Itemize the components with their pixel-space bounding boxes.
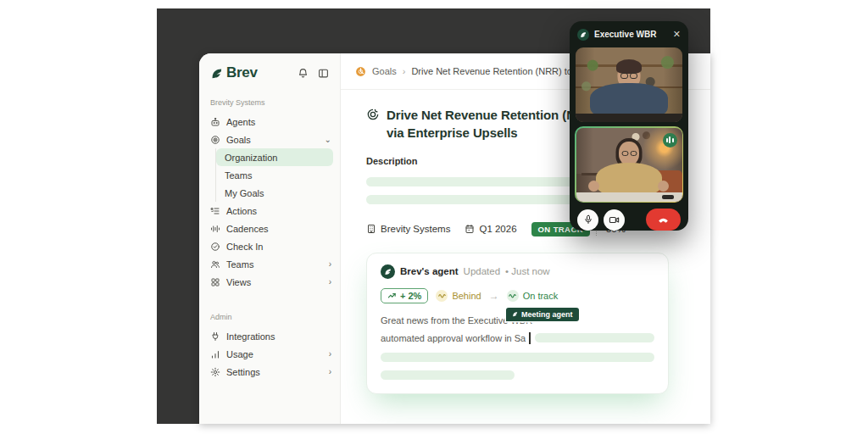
waveform-icon	[210, 224, 220, 234]
call-header: Executive WBR ✕	[570, 21, 688, 47]
calendar-icon	[465, 224, 475, 234]
sidebar-item-goals[interactable]: Goals ⌄	[199, 131, 340, 148]
hang-up-button[interactable]	[646, 209, 681, 231]
checklist-icon	[210, 206, 220, 216]
from-status-label: Behind	[452, 291, 481, 301]
leaf-logo-icon	[580, 31, 587, 38]
sidebar-item-label: Settings	[226, 367, 260, 377]
sidebar-item-label: Teams	[225, 170, 252, 181]
chevron-right-icon[interactable]: ›	[329, 349, 331, 359]
sidebar-item-actions[interactable]: Actions	[199, 202, 340, 220]
updated-label: Updated	[464, 266, 500, 276]
activity-icon	[436, 290, 448, 302]
logo-text: Brev	[226, 64, 258, 81]
sidebar-item-teams[interactable]: Teams ›	[199, 255, 340, 273]
breadcrumb-root[interactable]: Goals	[372, 66, 397, 76]
participant-video-male	[576, 47, 682, 122]
from-status-chip: Behind	[436, 290, 481, 302]
sidebar-item-organization[interactable]: Organization	[216, 148, 333, 166]
call-avatar	[577, 29, 589, 41]
chevron-right-icon[interactable]: ›	[329, 259, 331, 269]
draft-skeleton-line	[381, 353, 654, 362]
circle-check-icon	[210, 242, 220, 252]
sidebar-item-label: My Goals	[225, 188, 264, 198]
gear-icon	[210, 367, 220, 377]
leaf-logo-icon	[512, 311, 518, 317]
chevron-down-icon[interactable]: ⌄	[325, 135, 331, 144]
mic-icon	[583, 214, 593, 225]
draft-line-2: automated approval workflow in Sa	[381, 333, 526, 343]
sidebar-header: Brev	[199, 64, 340, 81]
speaking-indicator-icon	[663, 133, 677, 147]
sidebar-item-label: Cadences	[226, 224, 269, 234]
screenshot-canvas: Brev Brevity Systems Agents Goals ⌄ Orga…	[0, 0, 868, 434]
video-call-panel: Executive WBR ✕	[570, 21, 688, 231]
agent-name: Brev's agent	[400, 266, 459, 276]
participant-video-female	[576, 128, 682, 202]
sidebar-item-check-in[interactable]: Check In	[199, 237, 340, 255]
sidebar: Brev Brevity Systems Agents Goals ⌄ Orga…	[199, 53, 341, 424]
sidebar-item-integrations[interactable]: Integrations	[199, 327, 340, 345]
sidebar-item-agents[interactable]: Agents	[199, 113, 340, 131]
trend-up-icon	[387, 291, 397, 300]
chevron-right-icon[interactable]: ›	[329, 277, 331, 287]
target-icon	[210, 135, 220, 145]
leaf-logo-icon	[210, 67, 223, 80]
company-chip[interactable]: Brevity Systems	[366, 224, 450, 234]
to-status-chip: On track	[507, 290, 559, 302]
sidebar-item-views[interactable]: Views ›	[199, 273, 340, 291]
leaf-logo-icon	[384, 268, 392, 275]
sidebar-item-my-goals[interactable]: My Goals	[216, 184, 333, 202]
sidebar-item-usage[interactable]: Usage ›	[199, 345, 340, 363]
mic-button[interactable]	[577, 209, 598, 231]
camera-icon	[609, 214, 620, 225]
draft-skeleton-line	[381, 370, 515, 380]
breadcrumb-separator-icon: ›	[403, 66, 406, 76]
goals-subnav: Organization Teams My Goals	[215, 148, 333, 202]
chevron-right-icon[interactable]: ›	[329, 367, 331, 376]
call-controls	[570, 203, 688, 231]
sidebar-item-label: Actions	[226, 206, 257, 216]
sidebar-item-label: Teams	[226, 259, 253, 270]
sidebar-item-label: Goals	[226, 135, 251, 145]
camera-button[interactable]	[604, 209, 625, 231]
sidebar-item-label: Organization	[225, 153, 277, 163]
brev-logo: Brev	[210, 64, 258, 81]
building-icon	[366, 224, 376, 234]
sidebar-item-settings[interactable]: Settings ›	[199, 363, 340, 381]
period-chip[interactable]: Q1 2026	[465, 224, 516, 234]
notifications-bell-button[interactable]	[298, 68, 309, 79]
activity-icon	[507, 290, 519, 302]
bar-chart-icon	[210, 349, 220, 359]
agent-update-card: Brev's agent Updated • Just now + 2% Beh…	[366, 253, 669, 394]
arrow-right-icon: →	[489, 290, 499, 302]
draft-skeleton-line	[535, 333, 654, 342]
period-value: Q1 2026	[479, 224, 516, 234]
cursor-tag-label: Meeting agent	[521, 310, 573, 319]
sidebar-item-teams-sub[interactable]: Teams	[216, 166, 333, 184]
status-change-row: + 2% Behind → On track	[381, 288, 654, 303]
goal-pie-icon	[355, 66, 366, 77]
users-icon	[210, 259, 220, 270]
close-icon[interactable]: ✕	[673, 29, 681, 40]
sidebar-item-label: Integrations	[226, 331, 275, 342]
goal-target-icon	[366, 108, 380, 121]
workspace-label: Brevity Systems	[210, 98, 329, 107]
sidebar-toggle-button[interactable]	[318, 68, 329, 79]
delta-value: + 2%	[400, 291, 421, 301]
text-caret	[529, 332, 531, 344]
agent-draft-text: Meeting agent Great news from the Execut…	[381, 315, 654, 380]
agent-avatar	[381, 264, 395, 279]
delta-badge: + 2%	[381, 288, 428, 303]
active-speaker-border	[575, 126, 683, 203]
admin-section-label: Admin	[210, 313, 329, 321]
company-name: Brevity Systems	[381, 224, 450, 234]
call-title: Executive WBR	[594, 30, 656, 39]
grid-icon	[210, 277, 220, 287]
updated-time: • Just now	[505, 266, 550, 276]
phone-down-icon	[657, 214, 670, 226]
plug-icon	[210, 331, 220, 342]
meeting-agent-cursor-tag: Meeting agent	[506, 308, 579, 321]
sidebar-item-cadences[interactable]: Cadences	[199, 220, 340, 237]
to-status-label: On track	[523, 291, 559, 301]
